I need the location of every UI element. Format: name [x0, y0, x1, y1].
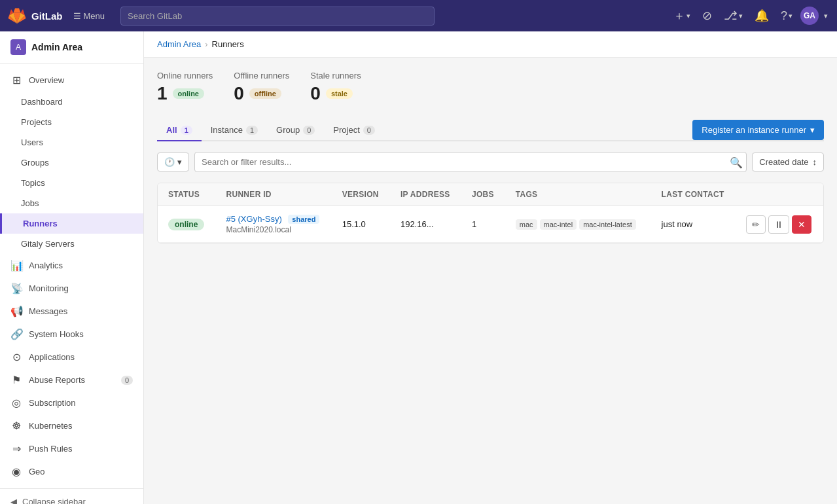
sidebar-item-gitaly[interactable]: Gitaly Servers [0, 234, 143, 254]
register-runner-button[interactable]: Register an instance runner ▾ [692, 120, 824, 140]
runners-table: Status Runner ID Version IP Address Jobs… [158, 183, 823, 243]
delete-runner-button[interactable]: ✕ [792, 215, 811, 234]
sidebar-item-topics[interactable]: Topics [0, 173, 143, 193]
tab-project-count: 0 [363, 126, 375, 135]
sort-button[interactable]: Created date ↕ [752, 153, 824, 171]
new-item-button[interactable]: ＋ ▾ [669, 4, 694, 27]
offline-runners-count: 0 [234, 83, 244, 104]
gitlab-logo[interactable]: GitLab [8, 7, 63, 25]
help-icon: ? [781, 9, 787, 23]
chevron-down-icon: ▾ [686, 12, 690, 20]
tab-group-label: Group [276, 125, 300, 135]
breadcrumb: Admin Area › Runners [144, 31, 837, 58]
sidebar-item-analytics[interactable]: 📊 Analytics [0, 254, 143, 277]
breadcrumb-current: Runners [212, 39, 244, 49]
sidebar-item-push-rules[interactable]: ⇒ Push Rules [0, 437, 143, 460]
merge-requests-button[interactable]: ⎇ ▾ [720, 5, 747, 27]
runner-tag: mac-intel-latest [579, 219, 636, 230]
sort-label: Created date [759, 157, 808, 167]
collapse-sidebar-button[interactable]: ◀ Collapse sidebar [10, 497, 86, 504]
sidebar-item-users[interactable]: Users [0, 132, 143, 153]
tab-group[interactable]: Group 0 [267, 120, 324, 141]
runner-id-link[interactable]: #5 (XGyh-Ssy) [226, 214, 281, 224]
help-button[interactable]: ? ▾ [777, 5, 796, 27]
sidebar-item-label-topics: Topics [21, 178, 45, 188]
sidebar-item-label-runners: Runners [23, 219, 58, 228]
sidebar-item-geo[interactable]: ◉ Geo [0, 460, 143, 483]
col-tags: Tags [505, 183, 651, 206]
sidebar-item-subscription[interactable]: ◎ Subscription [0, 391, 143, 414]
notifications-button[interactable]: 🔔 [751, 5, 773, 27]
edit-runner-button[interactable]: ✏ [746, 215, 766, 234]
merge-requests-icon: ⎇ [724, 9, 738, 23]
sidebar-item-jobs[interactable]: Jobs [0, 193, 143, 213]
col-ip-address: IP Address [390, 183, 461, 206]
tab-project-label: Project [333, 125, 359, 135]
sidebar-item-label-push-rules: Push Rules [29, 444, 72, 454]
avatar-chevron[interactable]: ▾ [823, 12, 829, 20]
tab-instance[interactable]: Instance 1 [202, 120, 267, 141]
push-rules-icon: ⇒ [10, 442, 22, 455]
sidebar-item-label-analytics: Analytics [29, 261, 63, 270]
filter-search-input[interactable] [194, 152, 747, 172]
register-runner-label: Register an instance runner [702, 125, 806, 135]
sidebar-item-abuse-reports[interactable]: ⚑ Abuse Reports 0 [0, 369, 143, 391]
sidebar-item-monitoring[interactable]: 📡 Monitoring [0, 277, 143, 300]
plus-icon: ＋ [673, 8, 685, 24]
sidebar-item-system-hooks[interactable]: 🔗 System Hooks [0, 323, 143, 346]
sidebar-item-applications[interactable]: ⊙ Applications [0, 346, 143, 369]
abuse-reports-badge: 0 [121, 376, 133, 385]
overview-icon: ⊞ [10, 74, 22, 86]
monitoring-icon: 📡 [10, 282, 22, 295]
filter-history-button[interactable]: 🕐 ▾ [157, 153, 189, 171]
sidebar-item-label-gitaly: Gitaly Servers [21, 239, 75, 249]
tab-all-count: 1 [181, 126, 192, 135]
messages-icon: 📢 [10, 305, 22, 317]
sidebar-item-label-jobs: Jobs [21, 198, 39, 208]
runner-shared-badge: shared [288, 215, 319, 224]
sidebar-header: A Admin Area [0, 31, 143, 63]
filter-search-button[interactable]: 🔍 [730, 156, 743, 168]
sidebar-item-messages[interactable]: 📢 Messages [0, 300, 143, 323]
col-status: Status [158, 183, 215, 206]
cell-runner-id: #5 (XGyh-Ssy) shared MacMini2020.local [215, 206, 331, 243]
sidebar-item-overview[interactable]: ⊞ Overview [0, 69, 143, 92]
sidebar-item-label-abuse-reports: Abuse Reports [29, 375, 85, 385]
menu-label: Menu [84, 11, 105, 21]
sidebar-nav: ⊞ Overview Dashboard Projects Users Grou… [0, 63, 143, 488]
tab-all[interactable]: All 1 [157, 120, 202, 141]
sidebar-item-label-system-hooks: System Hooks [29, 329, 84, 339]
sidebar-item-groups[interactable]: Groups [0, 153, 143, 173]
main-layout: A Admin Area ⊞ Overview Dashboard Projec… [0, 31, 837, 504]
search-container [120, 7, 435, 26]
sidebar-item-runners[interactable]: Runners [0, 213, 143, 234]
pause-runner-button[interactable]: ⏸ [768, 215, 789, 234]
sidebar-item-label-kubernetes: Kubernetes [29, 421, 73, 431]
runners-table-container: Status Runner ID Version IP Address Jobs… [157, 183, 824, 243]
stat-stale: Stale runners 0 stale [310, 71, 361, 104]
tab-instance-label: Instance [211, 125, 243, 135]
sidebar-item-label-users: Users [21, 137, 43, 147]
avatar-initials: GA [804, 11, 815, 20]
collapse-icon: ◀ [10, 497, 17, 504]
bell-icon: 🔔 [755, 9, 769, 23]
breadcrumb-parent-link[interactable]: Admin Area [157, 39, 201, 49]
sidebar-item-kubernetes[interactable]: ☸ Kubernetes [0, 414, 143, 437]
issues-button[interactable]: ⊘ [698, 5, 716, 27]
sidebar-item-label-overview: Overview [29, 75, 64, 85]
sidebar-item-dashboard[interactable]: Dashboard [0, 92, 143, 112]
menu-button[interactable]: ☰ Menu [68, 9, 111, 24]
admin-area-icon: A [10, 39, 26, 55]
sidebar: A Admin Area ⊞ Overview Dashboard Projec… [0, 31, 144, 504]
stale-runners-label: Stale runners [310, 71, 361, 81]
tab-project[interactable]: Project 0 [324, 120, 384, 141]
sidebar-item-label-projects: Projects [21, 117, 52, 127]
analytics-icon: 📊 [10, 259, 22, 272]
user-avatar[interactable]: GA [800, 7, 819, 25]
sidebar-item-label-geo: Geo [29, 467, 45, 477]
sidebar-item-label-groups: Groups [21, 158, 49, 168]
sidebar-title: Admin Area [31, 42, 82, 52]
search-input[interactable] [120, 7, 435, 26]
abuse-reports-icon: ⚑ [10, 374, 22, 386]
sidebar-item-projects[interactable]: Projects [0, 112, 143, 132]
